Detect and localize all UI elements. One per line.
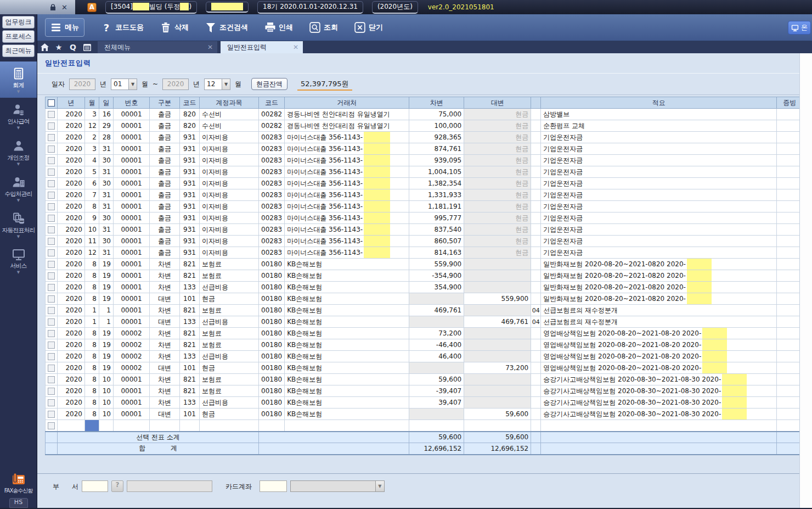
entry-type-cell[interactable]: 출금 xyxy=(150,201,180,212)
voucher-no-cell[interactable]: 00001 xyxy=(114,132,150,143)
debit-cell[interactable] xyxy=(409,293,464,305)
account-code-cell[interactable]: 821 xyxy=(180,385,200,397)
voucher-no-cell[interactable]: 00001 xyxy=(114,166,150,178)
voucher-no-cell[interactable]: 00001 xyxy=(114,201,150,212)
year-cell[interactable]: 2020 xyxy=(58,328,85,339)
voucher-no-cell[interactable]: 00001 xyxy=(114,316,150,328)
note-cell[interactable]: 기업운전자금 xyxy=(541,236,777,247)
year-cell[interactable]: 2020 xyxy=(58,259,85,270)
credit-cell[interactable] xyxy=(464,270,531,282)
row-checkbox[interactable] xyxy=(48,411,55,418)
account-code-cell[interactable]: 821 xyxy=(180,328,200,339)
note-cell[interactable]: 기업운전자금 xyxy=(541,143,777,155)
vendor-cell[interactable]: KB손해보험 xyxy=(285,282,409,293)
evidence-cell[interactable] xyxy=(777,328,803,339)
note-cell[interactable]: 승강기사고배상책임보험 2020-08-30~2021-08-30 2020- xyxy=(541,409,777,420)
tab-일반전표입력[interactable]: 일반전표입력✕ xyxy=(221,41,303,53)
credit-cell[interactable]: 현금 xyxy=(464,236,531,247)
day-cell[interactable]: 19 xyxy=(99,259,114,270)
vendor-code-cell[interactable]: 00180 xyxy=(259,385,285,397)
entry-type-cell[interactable]: 대변 xyxy=(150,293,180,305)
day-cell[interactable]: 31 xyxy=(99,247,114,259)
evidence-cell[interactable] xyxy=(777,339,803,351)
month-cell[interactable]: 8 xyxy=(85,409,99,420)
note-cell[interactable]: 영업배상책임보험 2020-08-20~2021-08-20 2020- xyxy=(541,362,777,374)
account-code-cell[interactable]: 931 xyxy=(180,178,200,189)
debit-cell[interactable]: 39,407 xyxy=(409,397,464,409)
row-select-cell[interactable] xyxy=(46,374,58,385)
evidence-cell[interactable] xyxy=(777,212,803,224)
debit-cell[interactable]: 939,095 xyxy=(409,155,464,166)
day-cell[interactable]: 31 xyxy=(99,201,114,212)
evidence-cell[interactable] xyxy=(777,374,803,385)
entry-type-cell[interactable]: 차변 xyxy=(150,374,180,385)
day-cell[interactable]: 29 xyxy=(99,120,114,132)
row-checkbox[interactable] xyxy=(48,353,55,360)
credit-cell[interactable]: 469,761 xyxy=(464,316,531,328)
credit-cell[interactable]: 현금 xyxy=(464,143,531,155)
day-cell[interactable]: 10 xyxy=(99,409,114,420)
year-cell[interactable]: 2020 xyxy=(58,282,85,293)
vendor-cell[interactable]: KB손해보험 xyxy=(285,409,409,420)
year-cell[interactable]: 2020 xyxy=(58,247,85,259)
star-icon[interactable]: ★ xyxy=(52,41,66,53)
voucher-no-cell[interactable]: 00001 xyxy=(114,236,150,247)
vendor-cell[interactable]: 경동나비엔 천안대리점 유일냉열기 xyxy=(285,120,409,132)
debit-cell[interactable] xyxy=(409,409,464,420)
account-name-cell[interactable]: 보험료 xyxy=(200,339,259,351)
evidence-cell[interactable] xyxy=(777,189,803,201)
account-code-cell[interactable]: 101 xyxy=(180,409,200,420)
evidence-cell[interactable] xyxy=(777,109,803,120)
month-cell[interactable]: 8 xyxy=(85,328,99,339)
year-cell[interactable]: 2020 xyxy=(58,385,85,397)
entry-type-cell[interactable]: 차변 xyxy=(150,282,180,293)
vendor-code-cell[interactable]: 00180 xyxy=(259,305,285,316)
note-cell[interactable]: 삼방밸브 xyxy=(541,109,777,120)
year-cell[interactable]: 2020 xyxy=(58,189,85,201)
vendor-code-cell[interactable]: 00283 xyxy=(259,189,285,201)
account-code-cell[interactable]: 821 xyxy=(180,259,200,270)
row-checkbox[interactable] xyxy=(48,422,55,429)
day-cell[interactable]: 30 xyxy=(99,236,114,247)
month-cell[interactable]: 8 xyxy=(85,270,99,282)
vendor-cell[interactable]: 마이너스대출 356-1143- xyxy=(285,189,409,201)
vendor-cell[interactable]: KB손해보험 xyxy=(285,305,409,316)
credit-cell[interactable] xyxy=(464,282,531,293)
day-cell[interactable]: 10 xyxy=(99,397,114,409)
evidence-cell[interactable] xyxy=(777,351,803,362)
row-select-cell[interactable] xyxy=(46,420,58,432)
row-checkbox[interactable] xyxy=(48,111,55,118)
row-select-cell[interactable] xyxy=(46,385,58,397)
day-cell[interactable]: 31 xyxy=(99,224,114,236)
note-code-cell[interactable] xyxy=(531,259,541,270)
note-cell[interactable]: 선급보험료의 재수정분개 xyxy=(541,305,777,316)
year-cell[interactable]: 2020 xyxy=(58,143,85,155)
entry-type-cell[interactable]: 출금 xyxy=(150,247,180,259)
vendor-code-cell[interactable]: 00180 xyxy=(259,270,285,282)
note-code-cell[interactable] xyxy=(531,328,541,339)
year-cell[interactable]: 2020 xyxy=(58,212,85,224)
row-checkbox[interactable] xyxy=(48,307,55,314)
day-cell[interactable]: 19 xyxy=(99,362,114,374)
debit-cell[interactable]: 928,365 xyxy=(409,132,464,143)
voucher-no-cell[interactable]: 00001 xyxy=(114,305,150,316)
credit-cell[interactable]: 현금 xyxy=(464,201,531,212)
row-select-cell[interactable] xyxy=(46,166,58,178)
note-cell[interactable]: 기업운전자금 xyxy=(541,132,777,143)
row-checkbox[interactable] xyxy=(48,122,55,130)
debit-cell[interactable]: -354,900 xyxy=(409,270,464,282)
voucher-no-cell[interactable]: 00002 xyxy=(114,351,150,362)
entry-type-cell[interactable]: 출금 xyxy=(150,143,180,155)
vendor-code-cell[interactable]: 00180 xyxy=(259,362,285,374)
debit-cell[interactable]: 1,382,354 xyxy=(409,178,464,189)
credit-cell[interactable] xyxy=(464,328,531,339)
department-code-input[interactable] xyxy=(82,480,108,492)
year-cell[interactable] xyxy=(58,420,85,432)
year-cell[interactable]: 2020 xyxy=(58,409,85,420)
vendor-code-cell[interactable]: 00180 xyxy=(259,374,285,385)
vendor-code-cell[interactable]: 00283 xyxy=(259,166,285,178)
row-select-cell[interactable] xyxy=(46,247,58,259)
debit-cell[interactable]: -39,407 xyxy=(409,385,464,397)
month-cell[interactable]: 8 xyxy=(85,351,99,362)
vendor-code-cell[interactable]: 00180 xyxy=(259,316,285,328)
